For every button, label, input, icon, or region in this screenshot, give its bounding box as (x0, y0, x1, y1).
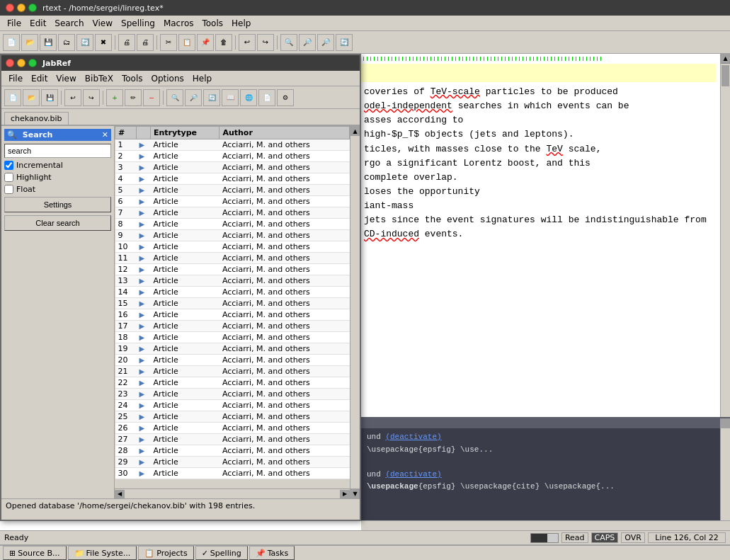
h-scrollbar[interactable]: ◀ ▶ (115, 488, 350, 498)
table-row[interactable]: 18 ▶ Article Acciarri, M. and others (115, 332, 350, 343)
jabref-find-btn[interactable]: 🔎 (185, 89, 202, 106)
jabref-minimize-btn[interactable] (17, 59, 25, 67)
menu-spelling[interactable]: Spelling (117, 17, 159, 30)
table-row[interactable]: 21 ▶ Article Acciarri, M. and others (115, 366, 350, 377)
table-row[interactable]: 3 ▶ Article Acciarri, M. and others (115, 162, 350, 173)
table-row[interactable]: 9 ▶ Article Acciarri, M. and others (115, 230, 350, 241)
tab-spelling[interactable]: ✓ Spelling (195, 546, 248, 560)
undo-button[interactable]: ↩ (239, 34, 256, 51)
delete-button[interactable]: 🗑 (215, 34, 232, 51)
tab-file-system[interactable]: 📁 File Syste... (68, 546, 137, 560)
table-row[interactable]: 17 ▶ Article Acciarri, M. and others (115, 321, 350, 332)
print-preview-button[interactable]: 🖨 (137, 34, 154, 51)
find-button[interactable]: 🔍 (280, 34, 297, 51)
jabref-redo-btn[interactable]: ↪ (83, 89, 100, 106)
window-controls[interactable] (6, 4, 37, 12)
table-row[interactable]: 28 ▶ Article Acciarri, M. and others (115, 445, 350, 457)
table-row[interactable]: 16 ▶ Article Acciarri, M. and others (115, 309, 350, 321)
tab-source-browser[interactable]: ⊞ Source B... (3, 546, 67, 560)
table-row[interactable]: 26 ▶ Article Acciarri, M. and others (115, 423, 350, 434)
table-scroll-down-btn[interactable]: ▼ (350, 488, 360, 498)
jabref-add-btn[interactable]: + (106, 89, 123, 106)
jabref-refresh-btn[interactable]: 🔄 (203, 89, 220, 106)
open-button[interactable]: 📂 (21, 34, 38, 51)
table-row[interactable]: 7 ▶ Article Acciarri, M. and others (115, 207, 350, 219)
copy-button[interactable]: 📋 (178, 34, 195, 51)
jabref-delete-btn[interactable]: − (143, 89, 160, 106)
menu-search[interactable]: Search (50, 17, 88, 30)
paste-button[interactable]: 📌 (197, 34, 214, 51)
table-row[interactable]: 23 ▶ Article Acciarri, M. and others (115, 389, 350, 400)
v-scrollbar[interactable]: ▲ ▼ (350, 126, 360, 498)
jabref-open-btn[interactable]: 📂 (23, 89, 40, 106)
find-prev-button[interactable]: 🔎 (317, 34, 334, 51)
table-row[interactable]: 22 ▶ Article Acciarri, M. and others (115, 377, 350, 389)
minimize-btn[interactable] (17, 4, 25, 12)
search-panel-close-btn[interactable]: ✕ (102, 130, 108, 139)
jabref-window-controls[interactable] (6, 59, 37, 67)
close-file-button[interactable]: ✖ (95, 34, 112, 51)
jabref-menu-tools[interactable]: Tools (118, 72, 147, 85)
jabref-tab-main[interactable]: chekanov.bib (4, 112, 69, 125)
table-row[interactable]: 27 ▶ Article Acciarri, M. and others (115, 434, 350, 445)
table-row[interactable]: 30 ▶ Article Acciarri, M. and others (115, 468, 350, 479)
jabref-undo-btn[interactable]: ↩ (64, 89, 81, 106)
deactivate-link-2[interactable]: (deactivate) (385, 470, 441, 479)
print-button[interactable]: 🖨 (118, 34, 135, 51)
menu-macros[interactable]: Macros (159, 17, 198, 30)
reload-button[interactable]: 🔄 (76, 34, 93, 51)
jabref-menu-edit[interactable]: Edit (27, 72, 52, 85)
redo-button[interactable]: ↪ (257, 34, 274, 51)
table-scroll-up-btn[interactable]: ▲ (350, 126, 360, 136)
table-row[interactable]: 10 ▶ Article Acciarri, M. and others (115, 241, 350, 253)
new-button[interactable]: 📄 (3, 34, 20, 51)
table-row[interactable]: 11 ▶ Article Acciarri, M. and others (115, 253, 350, 264)
menu-file[interactable]: File (3, 17, 25, 30)
search-input[interactable] (4, 144, 111, 158)
table-row[interactable]: 15 ▶ Article Acciarri, M. and others (115, 298, 350, 309)
jabref-config-btn[interactable]: ⚙ (277, 89, 294, 106)
jabref-pdf-btn[interactable]: 📄 (258, 89, 275, 106)
jabref-menu-file[interactable]: File (4, 72, 27, 85)
table-row[interactable]: 19 ▶ Article Acciarri, M. and others (115, 343, 350, 355)
jabref-save-btn[interactable]: 💾 (41, 89, 58, 106)
jabref-maximize-btn[interactable] (28, 59, 37, 67)
incremental-checkbox[interactable] (4, 161, 13, 170)
bottom-scroll-up[interactable] (721, 418, 730, 428)
cut-button[interactable]: ✂ (160, 34, 177, 51)
scroll-up-btn[interactable]: ▲ (721, 54, 730, 64)
table-row[interactable]: 25 ▶ Article Acciarri, M. and others (115, 411, 350, 423)
table-row[interactable]: 6 ▶ Article Acciarri, M. and others (115, 196, 350, 207)
save-all-button[interactable]: 🗂 (58, 34, 75, 51)
table-row[interactable]: 8 ▶ Article Acciarri, M. and others (115, 219, 350, 230)
table-row[interactable]: 20 ▶ Article Acciarri, M. and others (115, 355, 350, 366)
reference-table-scroll[interactable]: # Entrytype Author 1 ▶ Article Acciarri,… (115, 126, 350, 488)
deactivate-link-1[interactable]: (deactivate) (385, 433, 441, 441)
scroll-thumb[interactable] (722, 65, 729, 86)
highlight-checkbox[interactable] (4, 173, 13, 182)
jabref-menu-options[interactable]: Options (147, 72, 188, 85)
table-row[interactable]: 4 ▶ Article Acciarri, M. and others (115, 173, 350, 185)
jabref-link-btn[interactable]: 🌐 (240, 89, 257, 106)
table-row[interactable]: 5 ▶ Article Acciarri, M. and others (115, 185, 350, 196)
table-row[interactable]: 24 ▶ Article Acciarri, M. and others (115, 400, 350, 411)
jabref-close-btn[interactable] (6, 59, 14, 67)
jabref-menu-help[interactable]: Help (188, 72, 216, 85)
scroll-right-btn[interactable]: ▶ (340, 490, 350, 498)
scroll-left-btn[interactable]: ◀ (115, 490, 125, 498)
jabref-cite-btn[interactable]: 📖 (222, 89, 239, 106)
find-next-button[interactable]: 🔎 (299, 34, 316, 51)
jabref-menu-bibtex[interactable]: BibTeX (81, 72, 118, 85)
table-row[interactable]: 2 ▶ Article Acciarri, M. and others (115, 151, 350, 162)
table-row[interactable]: 12 ▶ Article Acciarri, M. and others (115, 264, 350, 275)
float-checkbox[interactable] (4, 185, 13, 194)
replace-button[interactable]: 🔄 (336, 34, 353, 51)
tab-tasks[interactable]: 📌 Tasks (249, 546, 295, 560)
maximize-btn[interactable] (28, 4, 37, 12)
table-row[interactable]: 14 ▶ Article Acciarri, M. and others (115, 287, 350, 298)
close-btn[interactable] (6, 4, 14, 12)
table-row[interactable]: 1 ▶ Article Acciarri, M. and others (115, 139, 350, 151)
save-button[interactable]: 💾 (40, 34, 57, 51)
tab-projects[interactable]: 📋 Projects (138, 546, 193, 560)
table-row[interactable]: 13 ▶ Article Acciarri, M. and others (115, 275, 350, 287)
